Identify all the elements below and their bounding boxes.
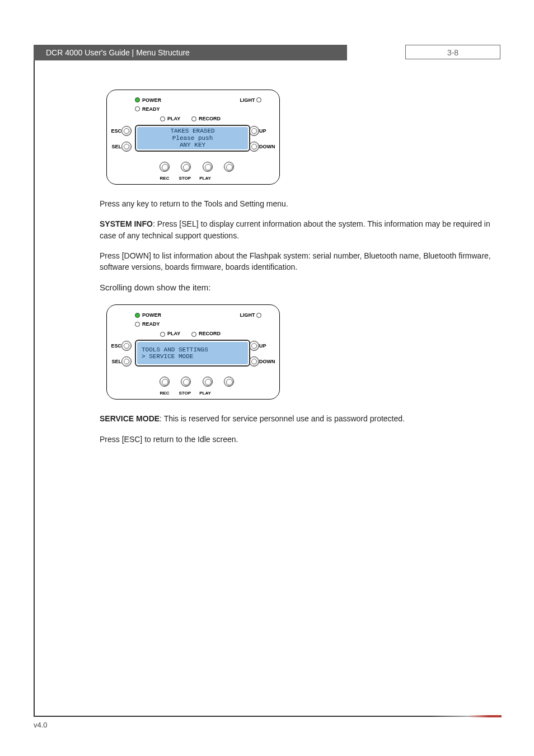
lcd-screen-2: TOOLS AND SETTINGS > SERVICE MODE [137,342,248,364]
light-led-row-2: LIGHT [240,312,264,318]
transport-labels-2: REC STOP PLAY [155,391,214,396]
record-label: RECORD [199,116,221,121]
service-mode-bold: SERVICE MODE [100,414,160,423]
up-label-2: UP [259,343,278,349]
light-label-2: LIGHT [240,312,255,318]
left-margin-rule [34,45,35,716]
play-button[interactable] [203,162,213,172]
device-panel-2: POWER READY LIGHT PLAY RECORD ESC SEL UP… [106,304,280,400]
paragraph-3: Press [DOWN] to list information about t… [100,250,491,273]
footer-version: v4.0 [34,721,48,729]
device-panel-1: POWER READY LIGHT PLAY RECORD ESC SEL UP… [106,90,280,185]
power-label: POWER [142,97,161,103]
stop-btn-label: STOP [175,176,194,181]
light-label: LIGHT [240,97,255,103]
stop-btn-label-2: STOP [175,391,194,396]
power-led-row: POWER [135,97,161,103]
esc-label-2: ESC [108,343,121,349]
record-label-2: RECORD [199,331,221,336]
power-label-2: POWER [142,312,161,318]
sel-label: SEL [108,144,121,149]
paragraph-1: Press any key to return to the Tools and… [100,198,491,209]
play-button-2[interactable] [203,377,213,387]
lcd2-line2: > SERVICE MODE [142,353,243,360]
record-led-icon [191,116,196,121]
play-label-2: PLAY [167,331,180,336]
paragraph-2: SYSTEM INFO: Press [SEL] to display curr… [100,218,491,241]
ready-led-icon [135,106,140,111]
stop-button[interactable] [181,162,191,172]
rec-btn-label: REC [155,176,174,181]
page: DCR 4000 User's Guide | Menu Structure 3… [0,0,534,756]
power-led-icon [135,97,140,102]
rec-btn-label-2: REC [155,391,174,396]
down-label-2: DOWN [259,359,278,364]
sel-button[interactable] [121,142,132,152]
service-mode-rest: : This is reserved for service personnel… [160,414,405,423]
play-led-icon [160,116,165,121]
page-number-box: 3-8 [405,45,500,59]
record-led-icon-2 [191,332,196,337]
transport-labels-1: REC STOP PLAY [155,176,214,181]
lcd-frame-2: TOOLS AND SETTINGS > SERVICE MODE [135,340,250,367]
light-led-icon [256,97,261,102]
rec-button-2[interactable] [160,377,170,387]
system-info-bold: SYSTEM INFO [100,219,153,228]
paragraph-4: SERVICE MODE: This is reserved for servi… [100,413,491,424]
light-led-row: LIGHT [240,97,264,103]
ready-led-row: READY [135,106,160,112]
play-btn-label: PLAY [195,176,214,181]
play-label: PLAY [167,116,180,121]
lcd-frame-1: TAKES ERASED Please push ANY KEY [135,125,250,152]
lcd1-line2: Please push [142,135,243,142]
sel-button-2[interactable] [121,356,132,367]
footer-rule [34,716,500,717]
esc-button-2[interactable] [121,341,132,351]
lcd1-line1: TAKES ERASED [142,128,243,135]
esc-button[interactable] [121,126,132,136]
extra-button-2[interactable] [224,377,234,387]
play-btn-label-2: PLAY [195,391,214,396]
up-button-2[interactable] [249,341,259,351]
play-led-icon-2 [160,332,165,337]
stop-button-2[interactable] [181,377,191,387]
power-led-icon-2 [135,313,140,318]
esc-label: ESC [108,128,121,134]
lcd2-line1: TOOLS AND SETTINGS [142,346,243,354]
paragraph-5: Press [ESC] to return to the Idle screen… [100,434,491,445]
down-button-2[interactable] [249,356,259,367]
play-record-row-2: PLAY RECORD [160,331,221,336]
lcd1-line3: ANY KEY [142,142,243,149]
extra-button[interactable] [224,162,234,172]
ready-label-2: READY [142,321,160,327]
sel-label-2: SEL [108,359,121,364]
play-record-row: PLAY RECORD [160,116,221,121]
rec-button[interactable] [160,162,170,172]
power-led-row-2: POWER [135,312,161,318]
up-button[interactable] [249,126,259,136]
transport-buttons-2 [155,377,238,387]
ready-led-icon-2 [135,322,140,327]
system-info-rest: : Press [SEL] to display current informa… [100,219,490,240]
up-label: UP [259,128,278,134]
lcd-screen-1: TAKES ERASED Please push ANY KEY [137,127,248,149]
content-area: POWER READY LIGHT PLAY RECORD ESC SEL UP… [100,90,491,454]
header-bar: DCR 4000 User's Guide | Menu Structure 3… [34,45,500,60]
ready-label: READY [142,106,160,112]
light-led-icon-2 [256,313,261,318]
ready-led-row-2: READY [135,321,160,327]
transport-buttons-1 [155,161,238,172]
down-button[interactable] [249,142,259,152]
header-title: DCR 4000 User's Guide | Menu Structure [34,45,347,60]
down-label: DOWN [259,144,278,149]
subheading: Scrolling down show the item: [100,283,491,292]
